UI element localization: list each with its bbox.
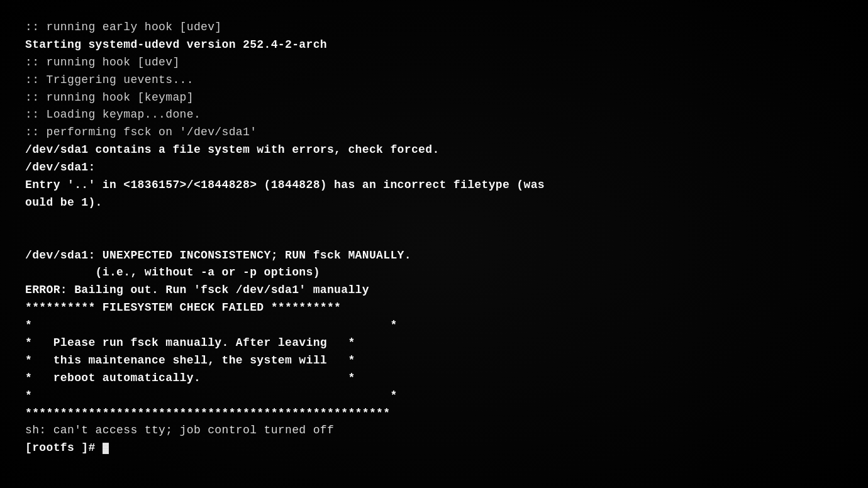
terminal-line: * Please run fsck manually. After leavin… xyxy=(25,335,843,352)
terminal-line: :: performing fsck on '/dev/sda1' xyxy=(25,124,843,141)
terminal-line: Entry '..' in <1836157>/<1844828> (18448… xyxy=(25,177,843,194)
terminal-output: :: running early hook [udev]Starting sys… xyxy=(25,19,843,457)
terminal-line: /dev/sda1: xyxy=(25,159,843,177)
terminal-screen: :: running early hook [udev]Starting sys… xyxy=(0,0,868,488)
terminal-line: :: running hook [udev] xyxy=(25,54,843,72)
terminal-line: ould be 1). xyxy=(25,194,843,212)
terminal-line: * reboot automatically. * xyxy=(25,370,843,387)
terminal-line: sh: can't access tty; job control turned… xyxy=(25,422,843,440)
terminal-line: :: running hook [keymap] xyxy=(25,89,843,107)
terminal-line: :: Triggering uevents... xyxy=(25,72,843,89)
terminal-line: * * xyxy=(25,387,843,405)
terminal-line: :: running early hook [udev] xyxy=(25,19,843,36)
terminal-line: :: Loading keymap...done. xyxy=(25,106,843,124)
terminal-line: [rootfs ]# xyxy=(25,440,843,457)
terminal-line: /dev/sda1: UNEXPECTED INCONSISTENCY; RUN… xyxy=(25,247,843,265)
terminal-line: Starting systemd-udevd version 252.4-2-a… xyxy=(25,36,843,54)
terminal-empty-line xyxy=(25,230,843,247)
terminal-cursor xyxy=(103,443,109,454)
terminal-line: /dev/sda1 contains a file system with er… xyxy=(25,141,843,159)
terminal-line: (i.e., without -a or -p options) xyxy=(25,264,843,282)
terminal-line: * * xyxy=(25,317,843,335)
terminal-line: ********** FILESYSTEM CHECK FAILED *****… xyxy=(25,299,843,317)
terminal-empty-line xyxy=(25,212,843,230)
terminal-line: ERROR: Bailing out. Run 'fsck /dev/sda1'… xyxy=(25,282,843,299)
terminal-line: * this maintenance shell, the system wil… xyxy=(25,352,843,370)
terminal-line: ****************************************… xyxy=(25,405,843,423)
